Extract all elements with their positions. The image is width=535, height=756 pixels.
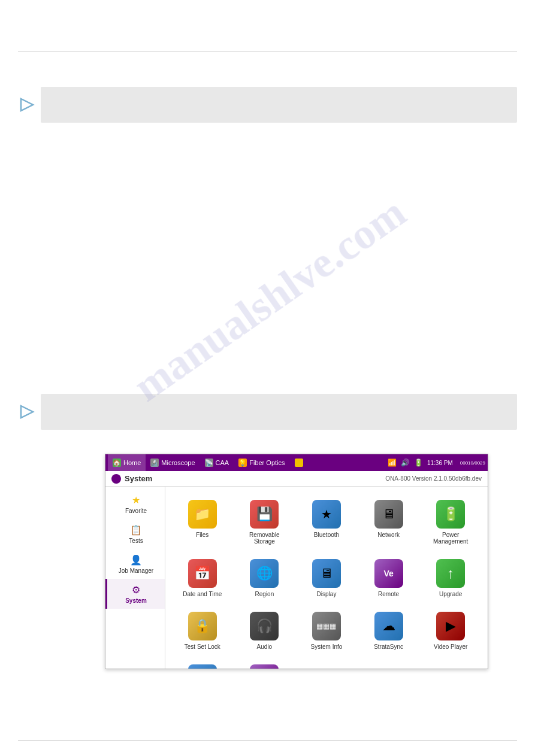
top-navigation-bar: 🏠 Home 🔬 Microscope 📡 CAA 💡 Fiber Optics… (105, 454, 488, 471)
callout-box-2 (41, 394, 517, 430)
sidebar-item-tests[interactable]: 📋 Tests (105, 519, 165, 549)
system-title-icon (111, 474, 121, 484)
app-network[interactable]: 🖥 Network (361, 496, 416, 548)
home-tab-icon: 🏠 (113, 459, 121, 467)
volume-icon: 🔊 (401, 458, 410, 467)
tab-caa[interactable]: 📡 CAA (200, 454, 234, 471)
app-job-manager[interactable]: 👤 Job Manager (237, 661, 292, 669)
tab-extra[interactable] (290, 454, 308, 471)
tab-fiberoptics[interactable]: 💡 Fiber Optics (234, 454, 289, 471)
version-label: ONA-800 Version 2.1.0.50db6fb.dev (385, 475, 482, 482)
topbar-right: 📶 🔊 🔋 11:36 PM 00010/0029 (388, 458, 485, 467)
app-upgrade[interactable]: ↑ Upgrade (423, 555, 478, 601)
app-web-browser[interactable]: 🌐 Web Browser (175, 661, 230, 669)
video-player-icon: ▶ (436, 612, 465, 640)
caa-tab-icon: 📡 (205, 459, 213, 467)
removable-storage-icon: 💾 (250, 500, 279, 529)
favorite-icon: ★ (130, 494, 142, 506)
callout-1 (18, 87, 517, 123)
stratasync-icon: ☁ (374, 612, 403, 640)
files-label: Files (196, 532, 208, 538)
display-icon: 🖥 (312, 559, 341, 588)
system-info-label: System Info (311, 643, 343, 650)
bottom-rule (18, 740, 517, 741)
page-title: System (125, 474, 152, 483)
remote-label: Remote (378, 591, 399, 597)
app-bluetooth[interactable]: ★ Bluetooth (299, 496, 354, 548)
callout-box-1 (41, 87, 517, 123)
network-label: Network (377, 532, 400, 538)
region-icon: 🌐 (250, 559, 279, 588)
app-display[interactable]: 🖥 Display (299, 555, 354, 601)
app-remote[interactable]: Ve Remote (361, 555, 416, 601)
sidebar-jobmanager-label: Job Manager (119, 567, 153, 574)
fiberoptics-tab-icon: 💡 (238, 459, 247, 467)
audio-icon: 🎧 (250, 612, 279, 640)
tab-caa-label: CAA (216, 459, 229, 466)
main-area: ★ Favorite 📋 Tests 👤 Job Manager ⚙ (105, 487, 488, 669)
tab-microscope[interactable]: 🔬 Microscope (146, 454, 200, 471)
upgrade-icon: ↑ (436, 559, 465, 588)
app-removable-storage[interactable]: 💾 Removable Storage (237, 496, 292, 548)
callout-arrow-2 (18, 403, 36, 421)
device-screenshot: 🏠 Home 🔬 Microscope 📡 CAA 💡 Fiber Optics… (105, 454, 488, 669)
power-management-icon: 🔋 (436, 500, 465, 529)
files-icon: 📁 (188, 500, 217, 529)
svg-marker-1 (21, 406, 33, 418)
wifi-icon: 📶 (388, 458, 397, 467)
callout-2 (18, 394, 517, 430)
app-date-time[interactable]: 📅 Date and Time (175, 555, 230, 601)
system-sidebar-icon: ⚙ (130, 584, 142, 596)
upgrade-label: Upgrade (439, 591, 462, 597)
jobmanager-sidebar-icon: 👤 (130, 554, 142, 566)
tests-icon: 📋 (130, 524, 142, 536)
tab-home-label: Home (123, 459, 141, 466)
app-stratasync[interactable]: ☁ StrataSync (361, 608, 416, 654)
region-label: Region (255, 591, 274, 597)
job-manager-icon: 👤 (250, 664, 279, 669)
top-rule (18, 51, 517, 51)
time-display: 11:36 PM (427, 460, 453, 466)
sidebar-tests-label: Tests (129, 538, 143, 544)
app-region[interactable]: 🌐 Region (237, 555, 292, 601)
audio-label: Audio (257, 643, 273, 650)
sidebar-system-label: System (125, 597, 147, 604)
app-system-info[interactable]: ▦▦▦ System Info (299, 608, 354, 654)
stratasync-label: StrataSync (374, 643, 403, 650)
tab-home[interactable]: 🏠 Home (108, 454, 146, 471)
app-audio[interactable]: 🎧 Audio (237, 608, 292, 654)
power-management-label: Power Management (427, 532, 474, 545)
system-info-icon: ▦▦▦ (312, 612, 341, 640)
callout-arrow-1 (18, 96, 36, 114)
display-label: Display (317, 591, 337, 597)
title-bar: System ONA-800 Version 2.1.0.50db6fb.dev (105, 471, 488, 487)
bluetooth-label: Bluetooth (314, 532, 339, 538)
removable-storage-label: Removable Storage (241, 532, 289, 545)
test-set-lock-label: Test Set Lock (185, 643, 220, 650)
video-player-label: Video Player (434, 643, 468, 650)
app-files[interactable]: 📁 Files (175, 496, 230, 548)
sidebar-item-system[interactable]: ⚙ System (105, 579, 165, 609)
network-icon: 🖥 (374, 500, 403, 529)
test-set-lock-icon: 🔒 (188, 612, 217, 640)
svg-marker-0 (21, 99, 33, 111)
battery-icon: 🔋 (414, 458, 424, 467)
bluetooth-icon: ★ (312, 500, 341, 529)
sidebar-item-favorite[interactable]: ★ Favorite (105, 489, 165, 519)
sidebar-favorite-label: Favorite (125, 508, 147, 514)
web-browser-icon: 🌐 (188, 664, 217, 669)
remote-icon: Ve (374, 559, 403, 588)
datetime-icon: 📅 (188, 559, 217, 588)
sidebar: ★ Favorite 📋 Tests 👤 Job Manager ⚙ (105, 487, 165, 669)
tab-microscope-label: Microscope (161, 459, 195, 466)
extra-tab-icon (295, 459, 303, 467)
app-test-set-lock[interactable]: 🔒 Test Set Lock (175, 608, 230, 654)
microscope-tab-icon: 🔬 (150, 459, 159, 467)
title-bar-left: System (111, 474, 152, 484)
app-video-player[interactable]: ▶ Video Player (423, 608, 478, 654)
sidebar-item-jobmanager[interactable]: 👤 Job Manager (105, 549, 165, 579)
app-power-management[interactable]: 🔋 Power Management (423, 496, 478, 548)
datetime-label: Date and Time (183, 591, 222, 597)
tab-fiberoptics-label: Fiber Optics (249, 459, 285, 466)
device-id: 00010/0029 (460, 460, 485, 466)
